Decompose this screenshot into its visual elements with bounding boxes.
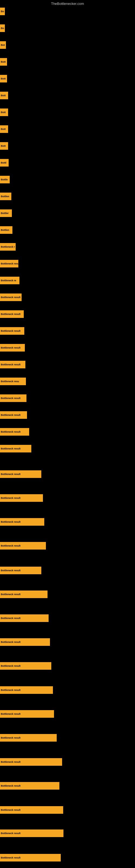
bar-label: Bottleneck result <box>1 737 20 739</box>
bar-item: Bot <box>0 41 6 49</box>
bar-label: Bottleneck result <box>1 617 20 620</box>
bar-label: Bottleneck result <box>1 414 20 416</box>
bar-label: Bottleneck r <box>1 246 15 248</box>
bar-label: Bot <box>1 44 5 46</box>
bar-label: Bottleneck result <box>1 346 20 349</box>
bar-label: Bo <box>1 10 4 13</box>
bar-item: Bo <box>0 8 5 15</box>
bar-item: Bott <box>0 58 7 66</box>
bar-label: Bottleneck re <box>1 279 16 282</box>
bar-item: Bottleneck result <box>0 327 24 335</box>
bar-item: Bottle <box>0 176 10 183</box>
bar-item: Bottleneck result <box>0 567 41 574</box>
bar-item: Bottleneck result <box>0 662 51 670</box>
bar-label: Bottleneck result <box>1 593 20 596</box>
bar-item: Bottleneck result <box>0 542 46 550</box>
bar-label: Bottleneck result <box>1 473 20 475</box>
bar-label: Bottler <box>1 212 9 215</box>
bar-item: Bottlen <box>0 193 11 200</box>
bar-label: Bottleneck result <box>1 330 20 332</box>
bar-item: Bottleneck result <box>0 411 27 419</box>
bar-item: Bottleneck result <box>0 614 49 622</box>
bar-label: Bottlen <box>1 229 9 231</box>
bar-label: Bott <box>1 94 6 97</box>
bar-item: Bottleneck result <box>0 361 26 368</box>
bar-label: Bottleneck result <box>1 569 20 572</box>
bar-label: Bottleneck result <box>1 521 20 523</box>
bar-label: Bottleneck result <box>1 497 20 499</box>
bar-item: Bottleneck result <box>0 806 63 814</box>
bar-item: Bottleneck re <box>0 277 19 284</box>
bar-item: Bott <box>0 125 8 133</box>
bar-item: Bott <box>0 108 8 116</box>
bar-item: Bottleneck result <box>0 830 63 837</box>
bar-item: Bottleneck result <box>0 470 41 478</box>
bar-label: Bott <box>1 77 6 80</box>
site-title: TheBottlenecker.com <box>0 0 135 8</box>
bar-label: Bottle <box>1 178 8 181</box>
bar-item: Bottleneck result <box>0 590 48 598</box>
bar-item: Bottleneck resu <box>0 260 18 268</box>
bar-label: Bottleneck result <box>1 664 20 667</box>
bar-label: Bott <box>1 128 6 130</box>
bar-item: Bottler <box>0 209 12 217</box>
bar-item: Bo <box>0 24 5 32</box>
bar-item: Bottleneck result <box>0 428 29 436</box>
bar-item: Bottleneck result <box>0 734 57 742</box>
bar-label: Bott <box>1 61 6 63</box>
bar-label: Bo <box>1 27 4 30</box>
bar-label: Bottleneck result <box>1 761 20 763</box>
bar-label: Bott <box>1 111 6 114</box>
bar-item: Bottleneck result <box>0 394 27 402</box>
bar-item: Bottleneck result <box>0 710 54 718</box>
bar-label: Bottleneck result <box>1 431 20 433</box>
bar-item: Bottleneck result <box>0 293 21 301</box>
bar-label: Bottleneck result <box>1 397 20 400</box>
bar-item: Bott <box>0 75 7 83</box>
bar-label: Bottleneck result <box>1 784 20 787</box>
bar-label: Bottleneck result <box>1 856 20 859</box>
bar-label: Bottleneck result <box>1 545 20 547</box>
bar-label: Bottleneck result <box>1 313 20 315</box>
bar-label: Bottl <box>1 161 6 164</box>
bar-label: Bottleneck result <box>1 296 20 299</box>
bar-item: Bottleneck result <box>0 686 53 694</box>
bar-item: Bottleneck result <box>0 854 61 862</box>
bar-item: Bottleneck resu <box>0 378 26 385</box>
bar-label: Bottleneck resu <box>1 262 18 265</box>
bar-item: Bott <box>0 92 8 99</box>
bar-item: Bottleneck result <box>0 782 59 789</box>
bar-label: Bottleneck result <box>1 713 20 715</box>
bar-item: Bottleneck result <box>0 518 44 526</box>
bar-label: Bottleneck result <box>1 832 20 835</box>
bar-item: Bottl <box>0 159 9 166</box>
bar-label: Bott <box>1 145 6 147</box>
bar-item: Bottleneck result <box>0 445 31 453</box>
bar-item: Bottlen <box>0 226 12 234</box>
bar-label: Bottlen <box>1 195 9 198</box>
bar-item: Bottleneck result <box>0 758 62 766</box>
bar-item: Bottleneck r <box>0 243 16 251</box>
bar-label: Bottleneck result <box>1 809 20 811</box>
bar-item: Bottleneck result <box>0 638 50 646</box>
bar-label: Bottleneck result <box>1 689 20 691</box>
bar-item: Bott <box>0 142 8 150</box>
bar-item: Bottleneck result <box>0 494 43 502</box>
bar-label: Bottleneck result <box>1 363 20 366</box>
bar-label: Bottleneck resu <box>1 380 19 383</box>
bar-label: Bottleneck result <box>1 447 20 450</box>
bar-label: Bottleneck result <box>1 641 20 643</box>
bar-item: Bottleneck result <box>0 310 24 318</box>
bar-item: Bottleneck result <box>0 344 25 351</box>
